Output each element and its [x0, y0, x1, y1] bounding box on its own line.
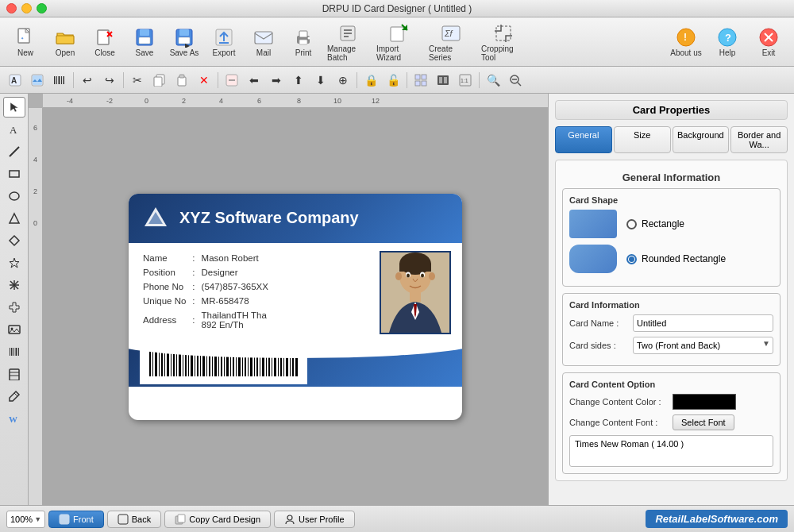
- barcode-tool[interactable]: [3, 341, 25, 362]
- minimize-window-button[interactable]: [21, 3, 32, 13]
- image-tool[interactable]: [3, 319, 25, 340]
- copy2-button[interactable]: [222, 70, 242, 91]
- line-tool[interactable]: [3, 141, 25, 162]
- book-tool[interactable]: [3, 364, 25, 384]
- content-color-swatch[interactable]: [673, 394, 736, 410]
- svg-rect-53: [415, 81, 420, 86]
- snowflake-tool[interactable]: [3, 275, 25, 295]
- back-icon: [118, 514, 129, 525]
- user-profile-button[interactable]: User Profile: [274, 511, 354, 528]
- mail-button[interactable]: Mail: [245, 21, 283, 64]
- zoom-out-button[interactable]: [505, 70, 526, 91]
- lock-button[interactable]: 🔒: [360, 70, 381, 91]
- card-sides-select[interactable]: One (Front Only) Two (Front and Back): [633, 337, 773, 354]
- zoom-dropdown-arrow[interactable]: ▼: [34, 515, 41, 523]
- back-button[interactable]: Back: [107, 511, 161, 528]
- card-name-input[interactable]: [633, 314, 773, 332]
- export-button[interactable]: Export: [205, 21, 243, 64]
- rounded-rectangle-option[interactable]: Rounded Rectangle: [626, 253, 726, 264]
- ratio-button[interactable]: 1:1: [455, 70, 476, 91]
- tab-background[interactable]: Background: [673, 126, 730, 153]
- traffic-lights: [6, 3, 47, 13]
- tab-general[interactable]: General: [555, 126, 612, 153]
- rectangle-option[interactable]: Rectangle: [626, 218, 684, 229]
- new-button[interactable]: ✦ New: [6, 21, 44, 64]
- undo-button[interactable]: ↩: [77, 70, 98, 91]
- save-button[interactable]: Save: [125, 21, 164, 64]
- svg-text:A: A: [11, 76, 17, 85]
- tab-border[interactable]: Border and Wa...: [730, 126, 788, 153]
- svg-rect-54: [422, 81, 426, 86]
- user-profile-icon: [284, 514, 295, 525]
- svg-point-91: [407, 273, 410, 277]
- general-info-section: General Information Card Shape Rectangle: [555, 160, 788, 481]
- align-button[interactable]: ⊕: [333, 70, 353, 91]
- help-label: Help: [719, 48, 736, 57]
- import-wizard-button[interactable]: Import Wizard: [373, 21, 424, 64]
- svg-rect-100: [164, 351, 165, 376]
- manage-batch-button[interactable]: Manage Batch: [324, 21, 372, 64]
- svg-rect-19: [299, 40, 307, 44]
- move-up-button[interactable]: ⬆: [288, 70, 309, 91]
- open-button[interactable]: Open: [46, 21, 84, 64]
- close-button[interactable]: Close: [86, 21, 124, 64]
- film-button[interactable]: [433, 70, 453, 91]
- svg-rect-10: [179, 29, 189, 36]
- rect-tool[interactable]: [3, 164, 25, 184]
- cropping-tool-button[interactable]: Cropping Tool: [478, 21, 529, 64]
- print-button[interactable]: Print: [284, 21, 322, 64]
- pen-tool[interactable]: [3, 386, 25, 407]
- svg-rect-2: [56, 36, 74, 44]
- brand-label: RetailLabelSoftware.com: [646, 510, 788, 528]
- redo-button[interactable]: ↪: [99, 70, 120, 91]
- card-field-unique: Unique No : MR-658478: [140, 294, 272, 308]
- exit-button[interactable]: Exit: [750, 21, 788, 64]
- card-shape-section: Card Shape Rectangle Rounde: [562, 188, 781, 287]
- delete-button[interactable]: ✕: [194, 70, 214, 91]
- zoom-in-button[interactable]: 🔍: [483, 70, 503, 91]
- unlock-button[interactable]: 🔓: [383, 70, 403, 91]
- move-left-button[interactable]: ⬅: [244, 70, 264, 91]
- maximize-window-button[interactable]: [37, 3, 47, 13]
- barcode-button[interactable]: [49, 70, 70, 91]
- copy-card-design-button[interactable]: Copy Card Design: [164, 511, 271, 528]
- svg-rect-43: [61, 76, 62, 84]
- cross-tool[interactable]: [3, 297, 25, 318]
- svg-rect-56: [439, 77, 442, 83]
- svg-rect-98: [159, 351, 160, 376]
- select-tool[interactable]: [3, 97, 25, 118]
- card-name-row: Card Name :: [569, 314, 773, 332]
- cut-button[interactable]: ✂: [127, 70, 148, 91]
- user-profile-label: User Profile: [299, 515, 344, 524]
- text-style-button[interactable]: A: [5, 70, 25, 91]
- svg-point-20: [308, 37, 310, 40]
- save-as-button[interactable]: ▶ Save As: [165, 21, 203, 64]
- text-tool[interactable]: A: [3, 119, 25, 140]
- about-us-button[interactable]: ! About us: [667, 21, 705, 64]
- create-series-button[interactable]: Σf Create Series: [426, 21, 476, 64]
- close-window-button[interactable]: [6, 3, 17, 13]
- diamond-tool[interactable]: [3, 230, 25, 251]
- rectangle-radio[interactable]: [626, 219, 637, 229]
- grid-button[interactable]: [410, 70, 431, 91]
- front-button[interactable]: Front: [48, 511, 104, 528]
- copy-button[interactable]: [149, 70, 170, 91]
- tab-size[interactable]: Size: [614, 126, 671, 153]
- star-tool[interactable]: [3, 253, 25, 273]
- word-art-tool[interactable]: W: [3, 408, 25, 429]
- rounded-rectangle-radio[interactable]: [626, 254, 637, 264]
- svg-rect-76: [15, 348, 17, 356]
- triangle-tool[interactable]: [3, 208, 25, 229]
- help-button[interactable]: ? Help: [708, 21, 746, 64]
- select-font-button[interactable]: Select Font: [673, 414, 734, 430]
- image-button[interactable]: [27, 70, 48, 91]
- move-down-button[interactable]: ⬇: [310, 70, 331, 91]
- import-wizard-icon: [387, 22, 410, 44]
- paste-button[interactable]: [172, 70, 192, 91]
- id-card[interactable]: XYZ Software Company Name : Mason Robert: [129, 194, 462, 420]
- svg-point-66: [10, 192, 19, 200]
- move-right-button[interactable]: ➡: [266, 70, 287, 91]
- svg-rect-51: [415, 75, 420, 79]
- ellipse-tool[interactable]: [3, 186, 25, 206]
- card-canvas-container[interactable]: XYZ Software Company Name : Mason Robert: [43, 108, 548, 505]
